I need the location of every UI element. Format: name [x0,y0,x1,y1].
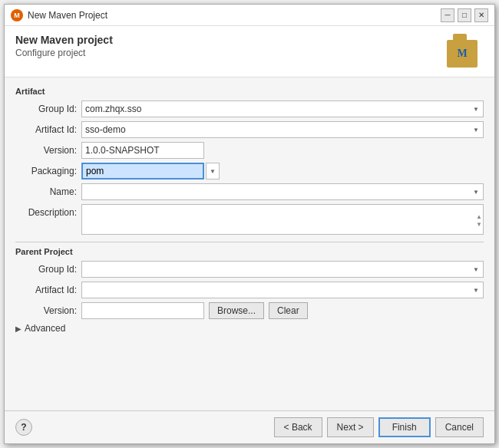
maven-title-icon: M [11,9,23,21]
parent-version-row: Version: Browse... Clear [15,302,484,319]
advanced-expand-icon: ▶ [15,324,21,333]
description-label: Description: [15,207,77,218]
packaging-wrap: ▼ [81,163,220,180]
artifact-id-label: Artifact Id: [15,124,77,135]
description-row: Description: ▲ ▼ [15,204,484,237]
group-id-label: Group Id: [15,104,77,114]
description-textarea[interactable] [81,204,484,235]
description-scroll-up[interactable]: ▲ [476,213,482,221]
browse-button[interactable]: Browse... [209,302,264,319]
parent-artifact-id-row: Artifact Id: ▼ [15,282,484,298]
parent-version-label: Version: [15,305,77,316]
close-button[interactable]: ✕ [474,8,488,22]
packaging-input[interactable] [81,163,204,180]
dialog-content: Artifact Group Id: ▼ Artifact Id: ▼ Vers… [5,77,494,410]
help-button[interactable]: ? [15,419,32,436]
title-bar-left: M New Maven Project [11,9,107,21]
title-bar-controls: ─ □ ✕ [441,8,488,22]
parent-artifact-id-control: ▼ [81,282,484,298]
artifact-section-label: Artifact [15,87,484,96]
clear-button[interactable]: Clear [269,302,308,319]
parent-group-id-input[interactable] [81,261,484,278]
packaging-dropdown-arrow[interactable]: ▼ [206,163,220,180]
name-row: Name: ▼ [15,183,484,200]
name-input[interactable] [81,183,484,200]
version-label: Version: [15,145,77,156]
parent-artifact-id-dropdown-arrow[interactable]: ▼ [470,284,482,296]
finish-button[interactable]: Finish [378,417,431,437]
advanced-label: Advanced [25,323,65,334]
artifact-id-row: Artifact Id: ▼ [15,121,484,138]
minimize-button[interactable]: ─ [441,8,454,22]
parent-group-id-dropdown-arrow[interactable]: ▼ [470,263,482,275]
footer-buttons: < Back Next > Finish Cancel [274,417,484,437]
header-text: New Maven project Configure project [15,34,113,58]
group-id-control: ▼ [81,100,484,117]
description-scroll-down[interactable]: ▼ [476,221,482,229]
title-bar: M New Maven Project ─ □ ✕ [5,5,494,26]
parent-artifact-id-input[interactable] [81,282,484,298]
name-label: Name: [15,186,77,197]
version-select[interactable]: 1.0.0-SNAPSHOT 1.0.0 0.0.1-SNAPSHOT [81,142,204,159]
dialog-window: M New Maven Project ─ □ ✕ New Maven proj… [4,4,495,444]
artifact-id-dropdown-arrow[interactable]: ▼ [470,124,482,136]
dialog-header: New Maven project Configure project M [5,26,494,77]
artifact-id-input[interactable] [81,121,484,138]
advanced-row[interactable]: ▶ Advanced [15,323,484,334]
parent-group-id-control: ▼ [81,261,484,278]
parent-project-section-label: Parent Project [15,247,484,256]
parent-version-select[interactable] [81,302,204,319]
maximize-button[interactable]: □ [458,8,471,22]
description-scroll-arrows: ▲ ▼ [476,204,482,237]
maven-logo: M [447,34,484,71]
artifact-id-control: ▼ [81,121,484,138]
header-title: New Maven project [15,34,113,46]
parent-version-wrap [81,302,204,319]
dialog-footer: ? < Back Next > Finish Cancel [5,410,494,443]
version-row: Version: 1.0.0-SNAPSHOT 1.0.0 0.0.1-SNAP… [15,142,484,159]
group-id-dropdown-arrow[interactable]: ▼ [470,103,482,115]
packaging-row: Packaging: ▼ [15,163,484,180]
dialog-title: New Maven Project [28,10,107,21]
group-id-input[interactable] [81,100,484,117]
parent-artifact-id-label: Artifact Id: [15,285,77,295]
header-subtitle: Configure project [15,48,113,58]
name-control: ▼ [81,183,484,200]
description-wrap: ▲ ▼ [81,204,484,237]
cancel-button[interactable]: Cancel [435,417,484,437]
name-dropdown-arrow[interactable]: ▼ [470,186,482,198]
parent-group-id-label: Group Id: [15,264,77,275]
back-button[interactable]: < Back [274,417,322,437]
packaging-label: Packaging: [15,166,77,176]
version-select-wrap: 1.0.0-SNAPSHOT 1.0.0 0.0.1-SNAPSHOT [81,142,204,159]
next-button[interactable]: Next > [327,417,374,437]
maven-icon-box: M [447,40,478,68]
parent-group-id-row: Group Id: ▼ [15,261,484,278]
group-id-row: Group Id: ▼ [15,100,484,117]
